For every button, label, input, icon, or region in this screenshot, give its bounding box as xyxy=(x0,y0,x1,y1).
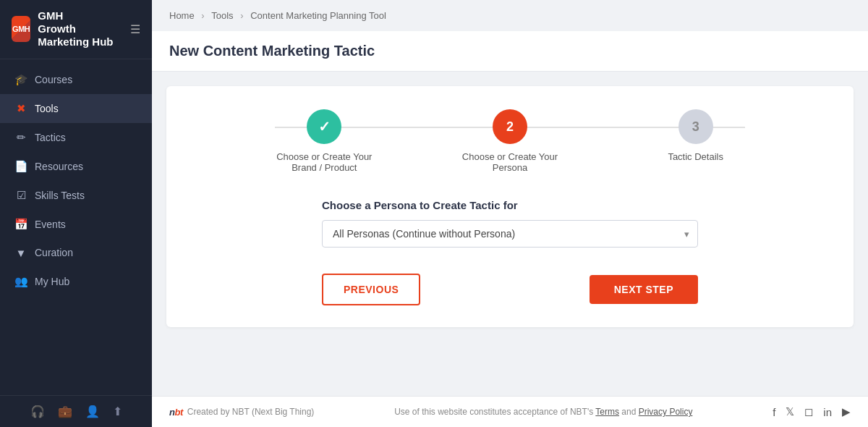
terms-link[interactable]: Terms xyxy=(595,407,619,417)
sidebar-item-courses[interactable]: 🎓 Courses xyxy=(0,65,152,94)
youtube-icon[interactable]: ▶ xyxy=(842,405,851,418)
sidebar-item-label: Curation xyxy=(35,247,73,258)
sidebar-footer: 🎧 💼 👤 ⬆ xyxy=(0,395,152,427)
button-row: PREVIOUS NEXT STEP xyxy=(322,274,698,305)
sidebar-item-resources[interactable]: 📄 Resources xyxy=(0,152,152,181)
logo-subtitle: Growth Marketing Hub xyxy=(38,22,113,48)
step-3-number: 3 xyxy=(692,119,699,135)
sidebar-item-label: My Hub xyxy=(35,276,69,287)
logo-icon: GMH xyxy=(12,16,30,42)
resources-icon: 📄 xyxy=(14,160,27,173)
step-3-circle: 3 xyxy=(678,109,713,144)
tools-icon: ✖ xyxy=(14,102,27,115)
skills-tests-icon: ☑ xyxy=(14,189,27,202)
sidebar-item-my-hub[interactable]: 👥 My Hub xyxy=(0,267,152,296)
sidebar-item-label: Skills Tests xyxy=(35,190,85,201)
headphones-icon[interactable]: 🎧 xyxy=(30,405,45,418)
step-1-check-icon xyxy=(318,118,331,135)
next-step-button[interactable]: NEXT STEP xyxy=(590,275,698,304)
step-1-circle xyxy=(307,109,341,144)
breadcrumb-home[interactable]: Home xyxy=(169,10,195,21)
main-card: Choose or Create Your Brand / Product 2 … xyxy=(166,86,854,327)
page-header: New Content Marketing Tactic xyxy=(152,31,868,72)
sidebar-item-label: Courses xyxy=(35,74,72,85)
courses-icon: 🎓 xyxy=(14,73,27,86)
breadcrumb-sep-1: › xyxy=(201,10,207,21)
previous-button[interactable]: PREVIOUS xyxy=(322,274,420,305)
footer-legal-text: Use of this website constitutes acceptan… xyxy=(394,407,692,417)
step-1: Choose or Create Your Brand / Product xyxy=(231,109,417,173)
breadcrumb: Home › Tools › Content Marketing Plannin… xyxy=(152,0,868,31)
persona-select-label: Choose a Persona to Create Tactic for xyxy=(322,199,698,211)
step-2: 2 Choose or Create Your Persona xyxy=(417,109,603,173)
step-1-label: Choose or Create Your Brand / Product xyxy=(273,151,375,173)
sidebar: GMH GMH Growth Marketing Hub ☰ 🎓 Courses… xyxy=(0,0,152,427)
step-2-label: Choose or Create Your Persona xyxy=(459,151,561,173)
twitter-icon[interactable]: 𝕏 xyxy=(786,405,794,418)
events-icon: 📅 xyxy=(14,218,27,231)
linkedin-icon[interactable]: in xyxy=(823,406,832,418)
sidebar-item-tools[interactable]: ✖ Tools xyxy=(0,94,152,123)
hamburger-icon[interactable]: ☰ xyxy=(130,22,140,36)
logo-text-block: GMH Growth Marketing Hub xyxy=(38,10,123,48)
page-title: New Content Marketing Tactic xyxy=(169,43,851,59)
my-hub-icon: 👥 xyxy=(14,275,27,288)
sidebar-logo: GMH GMH Growth Marketing Hub ☰ xyxy=(0,0,152,59)
briefcase-icon[interactable]: 💼 xyxy=(58,405,72,418)
persona-form: Choose a Persona to Create Tactic for Al… xyxy=(322,199,698,305)
privacy-link[interactable]: Privacy Policy xyxy=(639,407,693,417)
share-icon[interactable]: ⬆ xyxy=(113,405,122,418)
breadcrumb-current: Content Marketing Planning Tool xyxy=(250,10,386,21)
sidebar-item-skills-tests[interactable]: ☑ Skills Tests xyxy=(0,181,152,210)
footer-legal: Use of this website constitutes acceptan… xyxy=(314,407,773,417)
nbt-logo: nbt xyxy=(169,407,183,418)
step-3-label: Tactic Details xyxy=(668,151,723,162)
step-2-number: 2 xyxy=(506,119,514,135)
sidebar-item-events[interactable]: 📅 Events xyxy=(0,210,152,239)
sidebar-item-tactics[interactable]: ✏ Tactics xyxy=(0,123,152,152)
sidebar-item-label: Events xyxy=(35,219,66,230)
facebook-icon[interactable]: f xyxy=(773,406,775,418)
curation-icon: ▼ xyxy=(14,247,27,259)
footer-brand: nbt Created by NBT (Next Big Thing) xyxy=(169,407,314,418)
sidebar-item-curation[interactable]: ▼ Curation xyxy=(0,239,152,267)
footer-social: f 𝕏 ◻ in ▶ xyxy=(773,405,851,418)
footer-created-by: Created by NBT (Next Big Thing) xyxy=(187,407,315,417)
persona-select[interactable]: All Personas (Continue without Persona) … xyxy=(322,220,698,248)
content-area: Choose or Create Your Brand / Product 2 … xyxy=(152,72,868,396)
breadcrumb-tools[interactable]: Tools xyxy=(211,10,233,21)
sidebar-item-label: Tactics xyxy=(35,132,66,143)
tactics-icon: ✏ xyxy=(14,131,27,144)
step-2-circle: 2 xyxy=(493,109,527,144)
main-content: Home › Tools › Content Marketing Plannin… xyxy=(152,0,868,427)
footer: nbt Created by NBT (Next Big Thing) Use … xyxy=(152,396,868,427)
logo-title: GMH xyxy=(38,10,123,22)
persona-select-wrapper: All Personas (Continue without Persona) … xyxy=(322,220,698,248)
sidebar-item-label: Tools xyxy=(35,103,59,114)
sidebar-item-label: Resources xyxy=(35,161,83,172)
person-icon[interactable]: 👤 xyxy=(85,405,100,418)
step-3: 3 Tactic Details xyxy=(603,109,788,162)
instagram-icon[interactable]: ◻ xyxy=(804,405,813,418)
sidebar-nav: 🎓 Courses ✖ Tools ✏ Tactics 📄 Resources … xyxy=(0,59,152,396)
breadcrumb-sep-2: › xyxy=(240,10,246,21)
stepper: Choose or Create Your Brand / Product 2 … xyxy=(188,109,832,173)
